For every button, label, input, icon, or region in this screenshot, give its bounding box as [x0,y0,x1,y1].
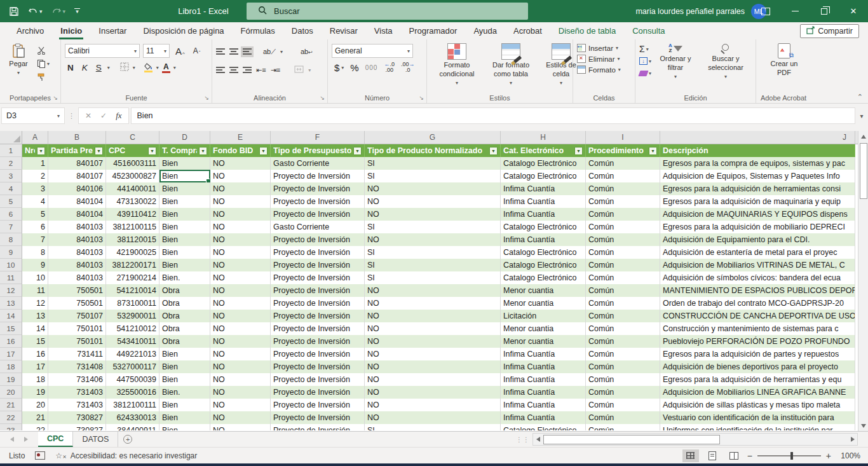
clear-icon[interactable]: ▾ [639,69,653,78]
cell-F5[interactable]: Proyecto de Inversión [271,195,365,208]
bold-button[interactable]: N [65,62,76,73]
align-bottom-icon[interactable] [243,48,252,55]
customize-qat-icon[interactable]: ▾ [74,8,80,15]
cell-I2[interactable]: Común [586,157,660,170]
alignment-dialog-launcher[interactable]: ↘ [320,95,325,101]
vertical-scroll-thumb[interactable] [860,143,867,199]
cell-F22[interactable]: Proyecto de Inversión [271,411,365,424]
cell-I22[interactable]: Común [586,411,660,424]
cell-C16[interactable]: 543410011 [106,335,159,348]
tab-disposición-de-página[interactable]: Disposición de página [135,22,232,39]
cell-A4[interactable]: 3 [22,182,48,195]
cell-E16[interactable]: NO [210,335,271,348]
row-header-4[interactable]: 4 [0,182,22,195]
cell-C12[interactable]: 541210014 [106,284,159,297]
cell-G14[interactable]: NO [365,310,501,322]
underline-button[interactable]: S [93,62,104,73]
expand-formula-bar-icon[interactable]: ▾ [855,113,868,120]
filter-dropdown-icon[interactable]: ▼ [199,147,207,155]
row-header-21[interactable]: 21 [0,399,22,411]
cell-I5[interactable]: Común [586,195,660,208]
cell-D5[interactable]: Bien [159,195,210,208]
cell-D13[interactable]: Obra [159,297,210,310]
cell-H17[interactable]: Infima Cuantía [501,348,586,360]
cell-F11[interactable]: Proyecto de Inversión [271,271,365,284]
cell-H22[interactable]: Infima Cuantía [501,411,586,424]
cell-C23[interactable]: 384400911 [106,424,159,430]
share-button[interactable]: Compartir [800,24,859,38]
sort-filter-button[interactable]: AZ Ordenar y filtrar▾ [653,42,698,92]
vertical-scrollbar[interactable] [858,131,868,431]
borders-icon[interactable] [120,62,130,73]
undo-icon[interactable]: ▾ [28,7,43,16]
create-pdf-button[interactable]: ⟑⧉ Crear un PDF [760,42,808,79]
cell-E5[interactable]: NO [210,195,271,208]
cell-E9[interactable]: NO [210,246,271,259]
cell-H10[interactable]: Catalogo Electrónico [501,259,586,271]
align-right-icon[interactable] [243,67,252,74]
sheet-tab-cpc[interactable]: CPC [38,432,73,447]
scroll-down-icon[interactable] [858,420,868,431]
cell-C20[interactable]: 325500016 [106,386,159,399]
cell-D20[interactable]: Bien. [159,386,210,399]
cell-B15[interactable]: 750101 [48,322,106,335]
cell-I6[interactable]: Común [586,208,660,221]
cell-F16[interactable]: Proyecto de Inversión [271,335,365,348]
normal-view-icon[interactable] [682,449,699,462]
row-header-16[interactable]: 16 [0,335,22,348]
scrollbar-splitter[interactable]: ⋮⋮ [516,432,532,447]
cell-B18[interactable]: 731408 [48,360,106,373]
cell-A16[interactable]: 15 [22,335,48,348]
cell-E22[interactable]: NO [210,411,271,424]
row-header-19[interactable]: 19 [0,373,22,386]
cell-J5[interactable]: Egresos para la adquisición de maquinari… [660,195,855,208]
cell-B17[interactable]: 731411 [48,348,106,360]
cell-E13[interactable]: NO [210,297,271,310]
cell-J6[interactable]: Adquisicion de MAQUINARIAS Y EQUIPOS dis… [660,208,855,221]
cell-J17[interactable]: Egresos para la adquisición de partes y … [660,348,855,360]
cell-C14[interactable]: 532900011 [106,310,159,322]
cell-A8[interactable]: 7 [22,233,48,246]
percent-format-icon[interactable]: % [350,62,358,73]
row-header-17[interactable]: 17 [0,348,22,360]
cell-J3[interactable]: Adquisicion de Equipos, Sistemas y Paque… [660,170,855,182]
horizontal-scroll-thumb[interactable] [543,435,720,444]
column-header-A[interactable]: A [22,131,48,144]
paste-button[interactable]: Pegar ▾ [4,42,33,92]
conditional-formatting-button[interactable]: Formato condicional▾ [431,42,483,92]
cell-G2[interactable]: SI [365,157,501,170]
zoom-in-icon[interactable]: + [826,451,831,461]
cell-E8[interactable]: NO [210,233,271,246]
delete-cells-button[interactable]: Eliminar▾ [577,55,632,63]
cell-G8[interactable]: NO [365,233,501,246]
cell-B13[interactable]: 750501 [48,297,106,310]
cell-E4[interactable]: NO [210,182,271,195]
sheet-nav-left-icon[interactable] [10,437,14,442]
cell-F18[interactable]: Proyecto de Inversión [271,360,365,373]
cell-F8[interactable]: Proyecto de Inversión [271,233,365,246]
cell-B7[interactable]: 840103 [48,221,106,233]
cell-J21[interactable]: Adquisición de sillas plásticas y mesas … [660,399,855,411]
comma-format-icon[interactable]: 000 [365,64,378,71]
cell-C6[interactable]: 439110412 [106,208,159,221]
cell-C2[interactable]: 4516003111 [106,157,159,170]
cell-J13[interactable]: Orden de trabajo del contrato MCO-GADPRS… [660,297,855,310]
cell-A14[interactable]: 13 [22,310,48,322]
new-sheet-button[interactable]: + [118,432,137,447]
zoom-level[interactable]: 100% [836,451,860,460]
filter-dropdown-icon[interactable]: ▼ [95,147,103,155]
column-header-E[interactable]: E [210,131,271,144]
cell-A12[interactable]: 11 [22,284,48,297]
cut-icon[interactable] [37,46,50,55]
page-break-view-icon[interactable] [726,449,742,462]
cell-J14[interactable]: CONSTRUCCIÓN DE CANCHA DEPORTIVA DE USO … [660,310,855,322]
cell-D2[interactable]: Bien [159,157,210,170]
column-header-H[interactable]: H [501,131,586,144]
cell-H23[interactable]: Catalogo Electrónico [501,424,586,430]
font-size-combo[interactable]: 11▾ [143,44,170,58]
copy-icon[interactable]: ▾ [37,59,50,68]
select-all-corner[interactable] [0,131,22,144]
row-header-9[interactable]: 9 [0,246,22,259]
cell-C5[interactable]: 473130022 [106,195,159,208]
align-middle-icon[interactable] [229,48,238,55]
